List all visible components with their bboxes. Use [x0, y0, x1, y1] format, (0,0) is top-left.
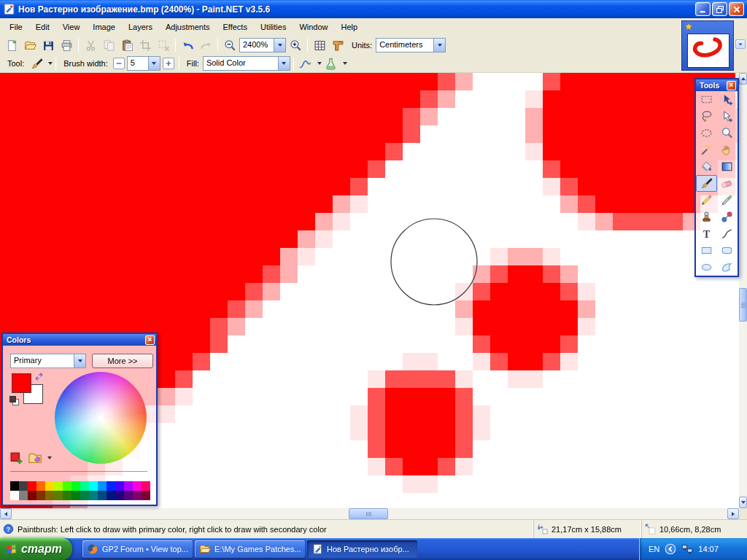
menu-adjustments[interactable]: Adjustments: [159, 18, 217, 36]
color-swatch[interactable]: [54, 491, 63, 500]
chevron-down-icon[interactable]: [47, 456, 52, 459]
vertical-scroll-thumb[interactable]: [739, 288, 747, 322]
tool-rectangle-select[interactable]: [696, 91, 717, 108]
tool-ellipse-select[interactable]: [696, 125, 717, 141]
color-swatch[interactable]: [10, 491, 19, 500]
tool-pencil[interactable]: [696, 192, 717, 209]
add-color-button[interactable]: [10, 452, 23, 465]
scroll-up-button[interactable]: [739, 73, 747, 85]
rulers-toggle-button[interactable]: [329, 37, 347, 53]
color-swatch[interactable]: [89, 481, 98, 491]
color-swatch[interactable]: [133, 491, 142, 500]
image-list-dropdown-button[interactable]: [735, 39, 746, 49]
color-swatch[interactable]: [54, 481, 63, 491]
taskbar-window-1[interactable]: GP2 Forum • View top...: [82, 540, 193, 558]
grid-toggle-button[interactable]: [311, 37, 328, 53]
color-swatch[interactable]: [28, 491, 36, 500]
menu-view[interactable]: View: [56, 18, 87, 36]
tool-recolor[interactable]: [717, 209, 738, 225]
color-swatch[interactable]: [36, 481, 45, 491]
tools-palette-titlebar[interactable]: Tools ×: [696, 79, 738, 91]
scroll-right-button[interactable]: [727, 508, 739, 519]
tool-pan[interactable]: [717, 141, 738, 158]
fill-style-combo[interactable]: Solid Color: [203, 56, 290, 71]
image-list-selected-thumbnail[interactable]: [681, 20, 734, 71]
color-swatch[interactable]: [71, 481, 80, 491]
zoom-combo-dropdown[interactable]: [274, 39, 285, 52]
tool-paintbrush[interactable]: [696, 175, 717, 192]
color-swatch[interactable]: [124, 491, 133, 500]
color-swatch[interactable]: [19, 481, 28, 491]
color-swatch[interactable]: [28, 481, 36, 491]
title-bar[interactable]: Нов Растерно изображение.bmp (2400%) - P…: [0, 0, 747, 18]
network-icon[interactable]: [681, 543, 693, 555]
color-swatch[interactable]: [124, 481, 133, 491]
menu-edit[interactable]: Edit: [29, 18, 56, 36]
taskbar-window-3[interactable]: Нов Растерно изобр...: [307, 540, 417, 558]
paste-button[interactable]: [118, 37, 136, 53]
current-tool-button[interactable]: [28, 55, 45, 71]
color-swatch[interactable]: [133, 481, 142, 491]
color-swatch[interactable]: [107, 481, 115, 491]
tool-lasso-select[interactable]: [696, 108, 717, 125]
tool-paint-bucket[interactable]: [696, 158, 717, 175]
tool-shape-ellipse[interactable]: [696, 259, 717, 276]
horizontal-scroll-thumb[interactable]: [349, 508, 388, 519]
colors-palette-titlebar[interactable]: Colors ×: [3, 334, 156, 346]
brush-width-decrease-button[interactable]: [113, 58, 125, 69]
chevron-down-icon[interactable]: [48, 62, 53, 65]
brush-width-increase-button[interactable]: [163, 58, 174, 69]
tool-color-picker[interactable]: [717, 192, 738, 209]
default-colors-icon[interactable]: [9, 396, 20, 405]
units-combo[interactable]: Centimeters: [376, 38, 446, 52]
color-wheel[interactable]: [55, 372, 147, 464]
tool-shape-rounded-rectangle[interactable]: [717, 242, 738, 259]
color-swatch[interactable]: [142, 481, 150, 491]
menu-layers[interactable]: Layers: [122, 18, 159, 36]
swap-colors-icon[interactable]: [34, 372, 44, 381]
color-swatch[interactable]: [45, 481, 54, 491]
vertical-scrollbar[interactable]: [739, 73, 747, 508]
zoom-in-button[interactable]: [287, 37, 304, 53]
color-swatch[interactable]: [98, 481, 107, 491]
menu-effects[interactable]: Effects: [217, 18, 254, 36]
color-swatch[interactable]: [115, 491, 124, 500]
new-file-button[interactable]: [3, 37, 20, 53]
hide-icons-button[interactable]: [665, 543, 676, 555]
fill-combo-dropdown[interactable]: [278, 57, 290, 70]
horizontal-scrollbar[interactable]: [0, 508, 739, 519]
language-indicator[interactable]: EN: [649, 545, 659, 553]
scroll-left-button[interactable]: [0, 508, 12, 519]
tool-gradient[interactable]: [717, 158, 738, 175]
menu-help[interactable]: Help: [335, 18, 365, 36]
color-swatch[interactable]: [63, 481, 71, 491]
color-swatch[interactable]: [45, 491, 54, 500]
open-folder-button[interactable]: [21, 37, 39, 53]
color-mode-combo[interactable]: Primary: [10, 354, 86, 368]
antialiasing-button[interactable]: [322, 55, 340, 71]
color-swatch[interactable]: [80, 481, 89, 491]
color-swatch[interactable]: [19, 491, 28, 500]
brush-width-dropdown[interactable]: [148, 57, 160, 70]
chevron-down-icon[interactable]: [343, 62, 347, 65]
menu-window[interactable]: Window: [293, 18, 334, 36]
restore-button[interactable]: [712, 2, 727, 16]
tool-magic-wand[interactable]: [696, 141, 717, 158]
colors-palette-close-button[interactable]: ×: [145, 335, 155, 345]
color-mode-dropdown[interactable]: [74, 354, 85, 368]
chevron-down-icon[interactable]: [317, 62, 322, 65]
save-button[interactable]: [39, 37, 57, 53]
color-swatch[interactable]: [89, 491, 98, 500]
color-swatch[interactable]: [80, 491, 89, 500]
tool-clone-stamp[interactable]: [696, 209, 717, 225]
tool-move-pixels[interactable]: [717, 91, 738, 108]
color-swatch[interactable]: [71, 491, 80, 500]
tool-shape-freeform[interactable]: [717, 259, 738, 276]
tool-zoom[interactable]: [717, 125, 738, 141]
tool-eraser[interactable]: [717, 175, 738, 192]
color-swatch[interactable]: [10, 481, 19, 491]
undo-button[interactable]: [179, 37, 196, 53]
scroll-down-button[interactable]: [739, 497, 747, 508]
tool-line-curve[interactable]: [717, 225, 738, 242]
close-button[interactable]: [729, 2, 744, 16]
